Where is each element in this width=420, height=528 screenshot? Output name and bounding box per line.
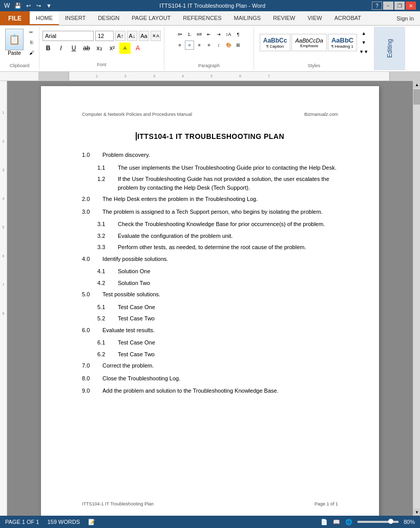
vertical-scrollbar[interactable]: ▲ ▼ xyxy=(413,81,420,516)
style-heading1-preview: AaBbC xyxy=(331,36,353,44)
subsection-num: 6.2 xyxy=(97,350,118,359)
subsection-num: 1.2 xyxy=(97,175,118,192)
multilevel-list-button[interactable]: ≡# xyxy=(195,30,204,39)
customize-quick-btn[interactable]: ▼ xyxy=(45,2,53,9)
title-cursor xyxy=(136,132,137,140)
tab-review[interactable]: REVIEW xyxy=(267,11,301,25)
align-left-button[interactable]: ≡ xyxy=(175,40,184,50)
paste-icon: 📋 xyxy=(5,29,24,50)
tab-insert[interactable]: INSERT xyxy=(59,11,92,25)
tab-mailings[interactable]: MAILINGS xyxy=(228,11,267,25)
tab-design[interactable]: DESIGN xyxy=(92,11,125,25)
format-painter-button[interactable]: 🖌 xyxy=(27,48,36,57)
save-quick-btn[interactable]: 💾 xyxy=(14,2,22,9)
section-num: 6.0 xyxy=(82,326,102,335)
style-heading1[interactable]: AaBbC ¶ Heading 1 xyxy=(328,34,357,51)
section-num: 4.0 xyxy=(82,255,102,263)
view-normal-btn[interactable]: 📄 xyxy=(321,519,328,525)
redo-quick-btn[interactable]: ↪ xyxy=(34,2,43,9)
line-spacing-button[interactable]: ↕ xyxy=(214,40,223,50)
scroll-thumb[interactable] xyxy=(413,89,420,105)
subsection: 3.1 Check the Troubleshooting Knowledge … xyxy=(97,220,338,229)
tab-page-layout[interactable]: PAGE LAYOUT xyxy=(125,11,177,25)
align-center-button[interactable]: ≡ xyxy=(185,40,194,50)
tab-home[interactable]: HOME xyxy=(30,11,59,25)
section: 1.0 Problem discovery. xyxy=(82,151,338,159)
paste-button[interactable]: 📋 Paste xyxy=(3,28,26,57)
file-tab[interactable]: FILE xyxy=(0,11,30,25)
sign-in-link[interactable]: Sign in xyxy=(390,11,420,25)
shading-button[interactable]: 🎨 xyxy=(224,40,233,50)
help-button[interactable]: ? xyxy=(372,2,382,10)
font-color-button[interactable]: A xyxy=(132,43,143,54)
tab-references[interactable]: REFERENCES xyxy=(177,11,227,25)
bold-button[interactable]: B xyxy=(43,43,54,54)
style-caption[interactable]: AaBbCc ¶ Caption xyxy=(260,34,291,51)
subsection: 5.1 Test Case One xyxy=(97,303,338,312)
paragraph-row2: ≡ ≡ ≡ ≡ ↕ 🎨 ⊞ xyxy=(175,40,243,50)
zoom-thumb[interactable] xyxy=(388,519,393,524)
subsection-text: Test Case One xyxy=(118,338,338,347)
ribbon-tabs: FILE HOME INSERT DESIGN PAGE LAYOUT REFE… xyxy=(0,11,420,26)
view-reading-btn[interactable]: 📖 xyxy=(333,519,340,525)
superscript-button[interactable]: x² xyxy=(107,43,118,54)
ruler-left-margin xyxy=(38,72,69,81)
restore-button[interactable]: ❐ xyxy=(394,2,405,10)
change-case-button[interactable]: Aa xyxy=(139,31,149,41)
document-scroll-area[interactable]: Computer & Network Policies and Procedur… xyxy=(7,81,413,516)
styles-group: AaBbCc ¶ Caption AaBbCcDa Emphasis AaBbC… xyxy=(254,27,374,70)
spelling-icon[interactable]: 📝 xyxy=(88,519,95,525)
tab-view[interactable]: VIEW xyxy=(302,11,328,25)
font-name-input[interactable] xyxy=(43,31,94,41)
italic-button[interactable]: I xyxy=(55,43,67,54)
undo-quick-btn[interactable]: ↩ xyxy=(24,2,32,9)
section: 8.0 Close the Troubleshooting Log. xyxy=(82,374,338,383)
status-left: PAGE 1 OF 1 159 WORDS 📝 xyxy=(5,519,95,525)
main-area: 1 2 3 4 5 6 7 8 Computer & Network Polic… xyxy=(0,81,420,516)
increase-indent-button[interactable]: ⇥ xyxy=(214,30,223,39)
bullets-button[interactable]: ≡• xyxy=(175,30,184,39)
align-right-button[interactable]: ≡ xyxy=(195,40,204,50)
styles-scroll-down[interactable]: ▼ xyxy=(359,39,368,46)
minimize-button[interactable]: − xyxy=(383,2,393,10)
clipboard-label: Clipboard xyxy=(10,63,30,69)
tab-acrobat[interactable]: ACROBAT xyxy=(328,11,367,25)
view-web-btn[interactable]: 🌐 xyxy=(345,519,352,525)
subscript-button[interactable]: x₂ xyxy=(94,43,105,54)
subsection: 1.1 The user implements the User Trouble… xyxy=(97,164,338,172)
subsection-num: 3.2 xyxy=(97,232,118,240)
page-info: PAGE 1 OF 1 xyxy=(5,519,39,525)
font-size-input[interactable] xyxy=(95,31,114,41)
subsection: 3.2 Evaluate the configuration of the pr… xyxy=(97,232,338,240)
cut-button[interactable]: ✂ xyxy=(27,28,36,37)
subsection-text: Solution One xyxy=(118,267,338,276)
style-emphasis[interactable]: AaBbCcDa Emphasis xyxy=(291,34,326,51)
section: 3.0 The problem is assigned to a Tech Su… xyxy=(82,208,338,216)
subsection-num: 6.1 xyxy=(97,338,118,347)
show-formatting-button[interactable]: ¶ xyxy=(234,30,243,39)
justify-button[interactable]: ≡ xyxy=(204,40,214,50)
styles-more[interactable]: ▼▼ xyxy=(359,48,368,55)
clear-format-button[interactable]: ✕A xyxy=(151,31,161,41)
copy-button[interactable]: ⎘ xyxy=(27,38,36,47)
text-highlight-button[interactable]: A xyxy=(119,43,131,54)
scroll-down-arrow[interactable]: ▼ xyxy=(413,509,420,516)
styles-scroll-up[interactable]: ▲ xyxy=(359,30,368,37)
numbered-list-button[interactable]: 1. xyxy=(185,30,194,39)
decrease-indent-button[interactable]: ⇤ xyxy=(204,30,214,39)
font-grow-button[interactable]: A↑ xyxy=(115,31,125,41)
scroll-up-arrow[interactable]: ▲ xyxy=(413,81,420,88)
sort-button[interactable]: ↕A xyxy=(224,30,233,39)
close-button[interactable]: ✕ xyxy=(406,2,416,10)
underline-button[interactable]: U xyxy=(68,43,79,54)
subsection: 4.1 Solution One xyxy=(97,267,338,276)
strikethrough-button[interactable]: ab xyxy=(81,43,92,54)
font-shrink-button[interactable]: A↓ xyxy=(127,31,137,41)
section-text: Problem discovery. xyxy=(102,151,338,159)
borders-button[interactable]: ⊞ xyxy=(234,40,243,50)
header-right: Bizmanualz.com xyxy=(304,112,338,117)
zoom-slider[interactable] xyxy=(358,521,398,523)
editing-group: Editing xyxy=(374,27,405,70)
styles-label: Styles xyxy=(308,63,321,69)
scroll-track[interactable] xyxy=(413,88,420,509)
